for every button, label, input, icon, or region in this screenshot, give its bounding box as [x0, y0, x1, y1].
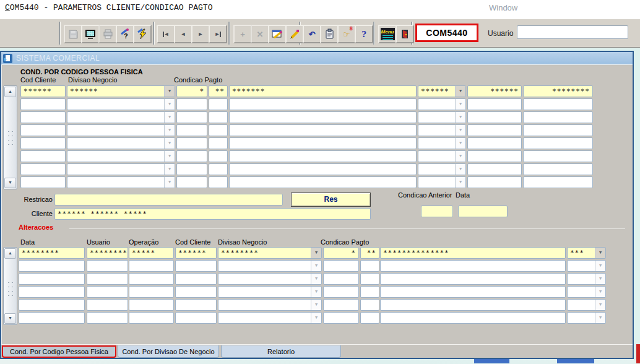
dropdown-arrow-icon[interactable]: ▼	[595, 287, 605, 297]
grid-cell[interactable]	[360, 260, 379, 272]
grid-cell[interactable]: ▼	[67, 150, 175, 162]
grid-cell[interactable]	[19, 312, 85, 324]
grid-cell[interactable]	[380, 312, 566, 324]
alteracoes-grid-scrollbar[interactable]: ▲ ▼	[3, 247, 17, 325]
grid-cell[interactable]	[380, 260, 566, 272]
grid-cell[interactable]	[467, 137, 522, 149]
dropdown-arrow-icon[interactable]: ▼	[164, 151, 175, 162]
grid-cell[interactable]: ********	[19, 247, 85, 259]
grid-cell[interactable]	[360, 312, 379, 324]
grid-cell[interactable]	[323, 260, 359, 272]
clipboard-button[interactable]	[320, 25, 339, 43]
dropdown-arrow-icon[interactable]: ▼	[455, 99, 465, 110]
first-record-button[interactable]: ◄	[157, 25, 175, 43]
display-button[interactable]	[81, 25, 100, 43]
dropdown-arrow-icon[interactable]: ▼	[455, 86, 465, 97]
grid-cell[interactable]	[229, 124, 417, 136]
grid-cell[interactable]	[176, 137, 207, 149]
dropdown-arrow-icon[interactable]: ▼	[164, 138, 175, 149]
tab-relatorio[interactable]: Relatorio	[221, 345, 341, 358]
grid-cell[interactable]	[19, 273, 85, 285]
grid-cell[interactable]	[523, 98, 593, 110]
dropdown-arrow-icon[interactable]: ▼	[595, 313, 605, 323]
grid-cell[interactable]: ▼	[567, 299, 606, 311]
grid-cell[interactable]: ▼	[418, 137, 466, 149]
grid-cell[interactable]	[19, 286, 85, 298]
grid-cell[interactable]: ***▼	[567, 247, 606, 259]
grid-cell[interactable]: ********	[87, 247, 128, 259]
grid-cell[interactable]: ******	[175, 247, 217, 259]
grid-cell[interactable]	[175, 273, 217, 285]
grid-cell[interactable]	[467, 176, 522, 188]
dropdown-arrow-icon[interactable]: ▼	[164, 86, 175, 97]
grid-cell[interactable]: *******	[229, 85, 417, 97]
grid-cell[interactable]: ▼	[218, 286, 322, 298]
dropdown-arrow-icon[interactable]: ▼	[311, 261, 321, 271]
grid-cell[interactable]	[20, 163, 66, 175]
scroll-down-icon[interactable]: ▼	[4, 178, 16, 188]
grid-cell[interactable]	[467, 111, 522, 123]
grid-cell[interactable]	[209, 176, 228, 188]
grid-cell[interactable]: *	[323, 247, 359, 259]
grid-cell[interactable]	[20, 124, 66, 136]
grid-cell[interactable]	[209, 163, 228, 175]
last-record-button[interactable]: ►	[209, 25, 227, 43]
enter-query-button[interactable]	[268, 25, 287, 43]
help-button[interactable]: ?	[355, 25, 373, 43]
grid-cell[interactable]: ▼	[218, 299, 322, 311]
grid-cell[interactable]	[87, 286, 128, 298]
grid-cell[interactable]	[19, 299, 85, 311]
dropdown-arrow-icon[interactable]: ▼	[164, 99, 175, 110]
previous-record-button[interactable]: ◄	[174, 25, 192, 43]
grid-cell[interactable]: ▼	[567, 312, 606, 324]
dropdown-arrow-icon[interactable]: ▼	[311, 248, 321, 258]
usuario-input[interactable]	[517, 25, 628, 39]
grid-cell[interactable]: ******	[20, 85, 66, 97]
dropdown-arrow-icon[interactable]: ▼	[311, 287, 321, 297]
grid-cell[interactable]	[129, 273, 174, 285]
grid-cell[interactable]	[229, 150, 417, 162]
grid-cell[interactable]	[323, 312, 359, 324]
grid-cell[interactable]	[467, 150, 522, 162]
grid-cell[interactable]: ▼	[418, 176, 466, 188]
grid-cell[interactable]	[176, 163, 207, 175]
clear-query-button[interactable]: ?	[116, 25, 134, 43]
window-titlebar[interactable]: SISTEMA COMERCIAL	[1, 52, 633, 64]
window-title-menu[interactable]: COM5440 - PARAMETROS CLIENTE/CONDICAO PA…	[5, 3, 212, 12]
grid-cell[interactable]	[20, 137, 66, 149]
grid-cell[interactable]	[176, 150, 207, 162]
dropdown-arrow-icon[interactable]: ▼	[164, 164, 175, 175]
grid-cell[interactable]	[380, 286, 566, 298]
next-record-button[interactable]: ►	[191, 25, 210, 43]
grid-cell[interactable]: ▼	[418, 111, 466, 123]
execute-query-button[interactable]	[285, 25, 304, 43]
grid-cell[interactable]: *****	[129, 247, 174, 259]
grid-cell[interactable]	[87, 299, 128, 311]
grid-cell[interactable]: **	[209, 85, 228, 97]
exit-button[interactable]	[396, 25, 414, 43]
save-button[interactable]	[64, 25, 82, 43]
grid-cell[interactable]	[175, 312, 217, 324]
grid-cell[interactable]	[360, 299, 379, 311]
grid-cell[interactable]	[360, 286, 379, 298]
tab-cond-por-codigo-pessoa-fisica[interactable]: Cond. Por Codigo Pessoa Fisica	[2, 345, 116, 358]
grid-cell[interactable]: ▼	[218, 260, 322, 272]
grid-cell[interactable]	[175, 299, 217, 311]
scroll-up-icon[interactable]: ▲	[4, 248, 16, 259]
dropdown-arrow-icon[interactable]: ▼	[164, 125, 175, 136]
grid-cell[interactable]	[87, 260, 128, 272]
grid-cell[interactable]	[523, 137, 593, 149]
grid-cell[interactable]	[229, 111, 417, 123]
grid-cell[interactable]: ▼	[67, 124, 175, 136]
grid-cell[interactable]	[129, 260, 174, 272]
grid-cell[interactable]	[176, 124, 207, 136]
scroll-up-icon[interactable]: ▲	[4, 87, 16, 97]
grid-cell[interactable]	[467, 163, 522, 175]
grid-cell[interactable]	[323, 299, 359, 311]
undo-button[interactable]: ↶	[303, 25, 321, 43]
grid-cell[interactable]: ********▼	[218, 247, 322, 259]
cliente-field[interactable]: ****** ****** *****	[54, 208, 371, 220]
grid-cell[interactable]: ▼	[418, 98, 466, 110]
grid-cell[interactable]	[19, 260, 85, 272]
grid-cell[interactable]: ▼	[67, 137, 175, 149]
